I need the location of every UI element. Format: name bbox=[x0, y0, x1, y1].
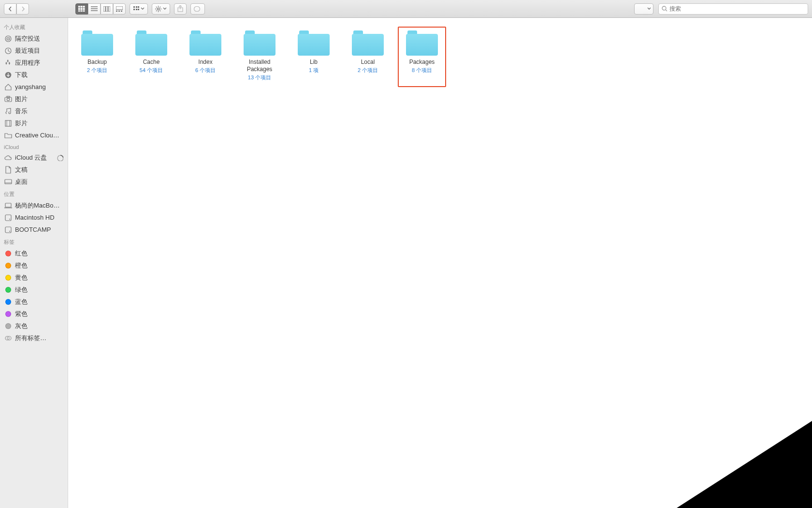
laptop-icon bbox=[4, 202, 12, 209]
folder-count: 8 个项目 bbox=[412, 67, 432, 74]
share-button[interactable] bbox=[174, 3, 187, 15]
sidebar-item-label: 杨尚的MacBo… bbox=[15, 201, 59, 210]
folder-item[interactable]: Index6 个项目 bbox=[181, 27, 230, 87]
sidebar-section-header: 标签 bbox=[0, 236, 68, 247]
svg-line-30 bbox=[156, 6, 157, 7]
folder-icon bbox=[189, 30, 221, 56]
sidebar-item-label: 红色 bbox=[15, 249, 28, 258]
sidebar-item-label: 蓝色 bbox=[15, 298, 28, 306]
share-icon bbox=[177, 5, 183, 12]
sidebar-item[interactable]: 应用程序 bbox=[0, 57, 68, 69]
sidebar-item-label: Macintosh HD bbox=[15, 214, 55, 221]
folder-icon bbox=[81, 30, 113, 56]
folder-name: Installed Packages bbox=[237, 59, 282, 73]
folder-count: 54 个项目 bbox=[140, 67, 163, 74]
sidebar-item[interactable]: 蓝色 bbox=[0, 296, 68, 308]
forward-button[interactable] bbox=[16, 3, 29, 15]
tag-icon bbox=[4, 250, 12, 257]
sidebar-item[interactable]: Creative Clou… bbox=[0, 129, 68, 141]
svg-rect-23 bbox=[136, 9, 137, 10]
svg-rect-4 bbox=[81, 8, 82, 10]
svg-rect-0 bbox=[78, 6, 80, 7]
folder-count: 1 项 bbox=[309, 67, 319, 74]
svg-rect-18 bbox=[121, 11, 122, 12]
action-button[interactable] bbox=[152, 3, 170, 15]
folder-name: Backup bbox=[87, 59, 107, 66]
folder-count: 13 个项目 bbox=[248, 74, 271, 81]
sidebar-item[interactable]: 最近项目 bbox=[0, 45, 68, 57]
folder-count: 6 个项目 bbox=[195, 67, 216, 74]
sidebar-item-label: 隔空投送 bbox=[15, 34, 40, 43]
sidebar-item[interactable]: 桌面 bbox=[0, 176, 68, 188]
sidebar-item[interactable]: 灰色 bbox=[0, 320, 68, 332]
folder-item[interactable]: Backup2 个项目 bbox=[73, 27, 121, 87]
search-box[interactable] bbox=[658, 3, 808, 15]
tag-icon bbox=[4, 286, 12, 294]
svg-rect-22 bbox=[133, 9, 135, 10]
sidebar-item[interactable]: BOOTCAMP bbox=[0, 224, 68, 236]
chevron-down-icon bbox=[141, 7, 145, 10]
sidebar-item-label: 下载 bbox=[15, 71, 28, 79]
desktop-icon bbox=[4, 178, 12, 186]
sidebar-item[interactable]: Macintosh HD bbox=[0, 211, 68, 224]
svg-line-32 bbox=[156, 10, 157, 11]
svg-rect-36 bbox=[194, 6, 200, 11]
download-icon bbox=[4, 71, 12, 79]
folder-name: Index bbox=[198, 59, 212, 66]
sidebar-item[interactable]: 影片 bbox=[0, 117, 68, 129]
tag-icon bbox=[4, 274, 12, 282]
sidebar-section-header: iCloud bbox=[0, 141, 68, 151]
path-dropdown[interactable] bbox=[634, 3, 653, 15]
folder-name: Cache bbox=[143, 59, 160, 66]
svg-rect-14 bbox=[108, 6, 110, 12]
tags-button[interactable] bbox=[190, 3, 205, 15]
clock-icon bbox=[4, 47, 12, 55]
gear-icon bbox=[155, 6, 161, 12]
back-button[interactable] bbox=[4, 3, 16, 15]
sidebar-item[interactable]: 音乐 bbox=[0, 105, 68, 117]
list-view-button[interactable] bbox=[88, 3, 101, 15]
search-input[interactable] bbox=[669, 5, 805, 12]
folder-item[interactable]: Cache54 个项目 bbox=[127, 27, 175, 87]
folder-icon bbox=[244, 30, 276, 56]
folder-item[interactable]: Packages8 个项目 bbox=[398, 27, 446, 87]
toolbar bbox=[0, 0, 812, 18]
folder-item[interactable]: Local2 个项目 bbox=[344, 27, 392, 87]
disk-icon bbox=[4, 214, 12, 222]
sidebar-item[interactable]: 紫色 bbox=[0, 308, 68, 320]
sidebar-item[interactable]: 隔空投送 bbox=[0, 32, 68, 45]
arrange-group bbox=[130, 3, 148, 15]
sidebar-item[interactable]: 下载 bbox=[0, 69, 68, 81]
sidebar-item-label: 所有标签… bbox=[15, 334, 46, 343]
progress-icon bbox=[57, 154, 63, 161]
arrange-button[interactable] bbox=[130, 3, 148, 15]
sidebar-item[interactable]: 绿色 bbox=[0, 284, 68, 296]
folder-item[interactable]: Installed Packages13 个项目 bbox=[235, 27, 284, 87]
tag-icon bbox=[4, 262, 12, 269]
column-view-button[interactable] bbox=[101, 3, 113, 15]
gallery-icon bbox=[116, 6, 123, 12]
sidebar-item[interactable]: 文稿 bbox=[0, 164, 68, 176]
sidebar-item[interactable]: 红色 bbox=[0, 247, 68, 259]
svg-rect-19 bbox=[133, 6, 135, 8]
sidebar-item[interactable]: yangshang bbox=[0, 81, 68, 93]
sidebar-item[interactable]: 图片 bbox=[0, 93, 68, 105]
view-switcher bbox=[75, 3, 126, 15]
tag-icon bbox=[4, 322, 12, 330]
folder-icon bbox=[352, 30, 384, 56]
svg-rect-24 bbox=[138, 9, 139, 10]
folder-item[interactable]: Lib1 项 bbox=[290, 27, 338, 87]
folder-name: Lib bbox=[310, 59, 318, 66]
chevron-left-icon bbox=[8, 6, 13, 12]
toolbar-right bbox=[634, 3, 808, 15]
sidebar-item-label: 绿色 bbox=[15, 285, 28, 294]
sidebar-item[interactable]: 所有标签… bbox=[0, 332, 68, 344]
sidebar-item[interactable]: 橙色 bbox=[0, 259, 68, 271]
sidebar-item[interactable]: 杨尚的MacBo… bbox=[0, 199, 68, 211]
icon-view-button[interactable] bbox=[75, 3, 88, 15]
sidebar-item[interactable]: iCloud 云盘 bbox=[0, 151, 68, 164]
gallery-view-button[interactable] bbox=[113, 3, 126, 15]
svg-line-33 bbox=[160, 6, 161, 7]
sidebar-item[interactable]: 黄色 bbox=[0, 271, 68, 284]
cloud-icon bbox=[4, 154, 12, 162]
